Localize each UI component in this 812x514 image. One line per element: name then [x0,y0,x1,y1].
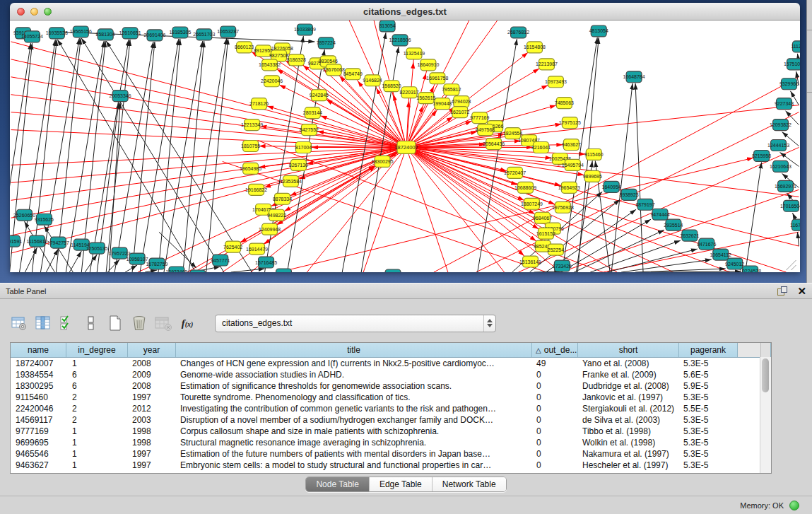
graph-node-label: 18724007 [394,144,418,151]
column-header-pagerank[interactable]: pagerank [679,343,738,357]
table-settings-icon[interactable] [10,314,28,332]
column-header-in_degree[interactable]: in_degree [66,343,128,357]
select-columns-icon[interactable] [58,314,76,332]
resize-grip-icon[interactable] [786,260,796,270]
close-panel-icon[interactable]: ✕ [797,286,806,296]
new-table-icon[interactable] [106,314,124,332]
resize-grip-icon[interactable] [791,265,796,270]
graph-node-label: 22420046 [261,78,283,83]
cell-year: 1997 [128,460,176,471]
graph-node-label: 16154808 [524,45,546,49]
vertical-scrollbar[interactable] [760,357,771,473]
graph-node-label: 8216041 [531,145,551,150]
graph-node-label: 12505135 [86,246,108,251]
graph-node-label: 19654923 [558,185,580,190]
graph-node-label: 9899695 [583,174,602,179]
table-row[interactable]: 1830029562008Estimation of significance … [11,380,771,392]
graph-node-label: 12353584 [280,179,302,184]
table-row[interactable]: 1938455462009Genome-wide association stu… [11,369,771,380]
graph-node-label: 9242845 [310,93,329,98]
table-row[interactable]: 977716911998Corpus callosum shape and si… [11,426,771,437]
citation-edge-black [81,38,223,272]
zoom-window-icon[interactable] [44,8,52,16]
graph-node-label: 8878334 [273,197,292,201]
cell-out_de: 0 [532,460,578,471]
graph-node-label: 2803144 [303,110,322,115]
graph-node-label: 20691406 [143,33,165,37]
network-window-titlebar[interactable]: citations_edges.txt [10,3,800,21]
graph-node-label: 17975125 [559,120,581,125]
delete-trash-icon[interactable] [130,314,148,332]
column-header-short[interactable]: short [578,343,679,357]
graph-node-label: 15720407 [504,170,526,175]
table-panel: Table Panel ✕ f(x) citations_edges.txt [0,283,812,514]
graph-node-label: 9463627 [562,142,581,147]
cell-pagerank: 5.5E-5 [679,403,738,414]
show-columns-icon[interactable] [34,314,52,332]
graph-node-label: 7955812 [442,87,461,92]
graph-node-label: 8267130 [289,163,308,168]
table-row[interactable]: 911546021997Tourette syndrome. Phenomeno… [11,392,771,403]
cell-in_degree: 1 [66,426,128,437]
cell-pagerank: 5.6E-5 [679,369,738,380]
cell-title: Structural magnetic resonance image aver… [176,437,532,448]
close-window-icon[interactable] [17,8,25,16]
graph-node[interactable] [190,270,206,272]
column-header-year[interactable]: year [128,343,176,357]
cell-title: Estimation of significance thresholds fo… [176,380,532,392]
node-table: namein_degreeyeartitle△out_de...shortpag… [10,342,772,474]
cell-title: Embryonic stem cells: a model to study s… [176,460,532,471]
graph-node-label: 9777169 [470,115,489,120]
graph-node-label: 10958107 [126,257,148,262]
graph-node-label: 1562615 [416,95,435,100]
graph-node-label: 6497568 [476,127,495,132]
graph-node-label: 252254 [548,247,564,252]
graph-node-label: 817004 [295,145,312,150]
graph-node-label: 19654985 [240,166,261,171]
graph-node-label: 9830546 [319,59,338,64]
column-header-name[interactable]: name [11,343,66,357]
graph-node-label: 1167533 [790,223,800,228]
cell-in_degree: 2 [66,392,128,403]
cell-pagerank: 5.9E-5 [679,380,738,392]
row-height-icon[interactable] [82,314,100,332]
cell-pagerank: 5.3E-5 [679,448,738,460]
cell-name: 14569117 [11,414,66,426]
function-builder-icon[interactable]: f(x) [178,314,196,332]
window-title: citations_edges.txt [363,6,447,17]
cell-in_degree: 1 [66,448,128,460]
citation-edge-black [44,226,73,272]
table-row[interactable]: 1872400712008Changes of HCN gene express… [11,358,771,369]
tab-node-table[interactable]: Node Table [306,477,370,491]
graph-node-label: 16961758 [426,76,448,81]
network-canvas[interactable]: 9391583140557241693552819565156858130412… [10,21,800,272]
tab-network-table[interactable]: Network Table [433,477,506,491]
graph-node-label: 18185305 [169,30,191,35]
table-row[interactable]: 2242004622012Investigating the contribut… [11,403,771,414]
minimize-window-icon[interactable] [30,8,38,16]
table-source-select[interactable]: citations_edges.txt [215,315,496,332]
cell-name: 9699695 [11,437,66,448]
cell-out_de: 0 [532,380,578,392]
column-header-out_de[interactable]: △out_de... [532,343,578,357]
application-desktop: citations_edges.txt 93915831405572416935… [0,0,812,283]
table-header-row: namein_degreeyeartitle△out_de...shortpag… [11,343,771,358]
tab-edge-table[interactable]: Edge Table [370,477,433,491]
graph-node-label: 7485063 [555,100,574,105]
column-header-title[interactable]: title [176,343,532,357]
citation-edge-black [590,240,681,272]
graph-node-label: 9115460 [584,152,604,157]
cell-year: 2012 [128,403,176,414]
table-row[interactable]: 946362711997Embryonic stem cells: a mode… [11,460,771,471]
graph-node-label: 12218506 [389,37,411,42]
citation-edge-black [651,271,741,272]
graph-node-label: 16782759 [146,262,167,267]
float-panel-icon[interactable] [777,286,787,296]
table-row[interactable]: 969969511998Structural magnetic resonanc… [11,437,771,448]
citation-edge-black [158,39,180,272]
table-row[interactable]: 1456911722003Disruption of a novel membe… [11,414,771,426]
scrollbar-thumb[interactable] [762,358,769,392]
graph-node-label: 12444153 [767,143,789,148]
graph-node[interactable] [385,269,401,272]
table-row[interactable]: 946554611997Estimation of the future num… [11,448,771,460]
